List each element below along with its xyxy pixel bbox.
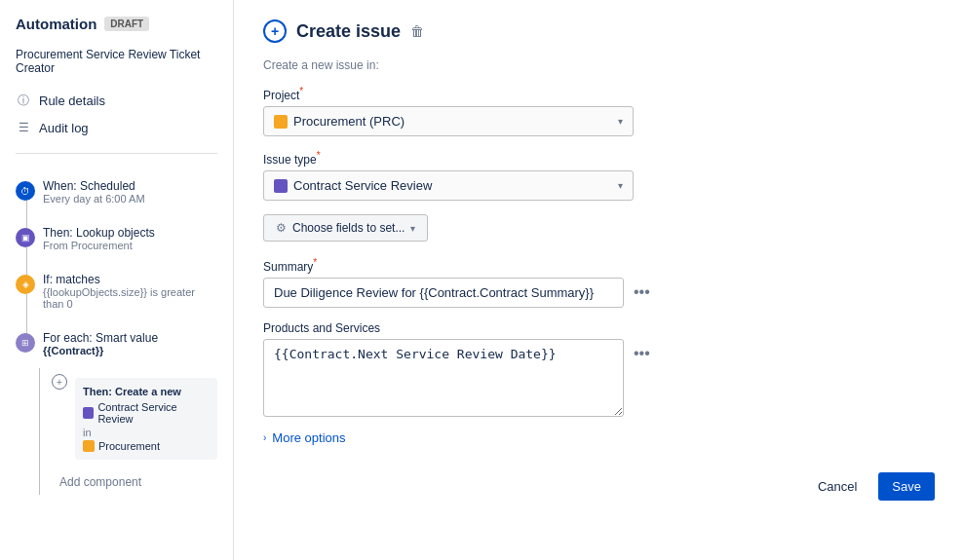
issue-type-select-content: Contract Service Review (274, 178, 432, 193)
draft-badge: DRAFT (104, 17, 149, 31)
form-actions: Cancel Save (263, 465, 935, 501)
trash-icon[interactable]: 🗑 (410, 23, 424, 39)
main-content: + Create issue 🗑 Create a new issue in: … (234, 0, 964, 560)
project-square-icon (274, 115, 288, 129)
flow-if[interactable]: ◈ If: matches {{lookupObjects.size}} is … (16, 267, 217, 316)
when-icon: ⏱ (16, 181, 35, 201)
if-sub: {{lookupObjects.size}} is greater than 0 (43, 286, 217, 310)
then-in: in (83, 427, 210, 438)
products-services-label: Products and Services (263, 321, 935, 335)
foreach-icon: ⊞ (16, 333, 35, 353)
sidebar-item-audit-log[interactable]: ☰ Audit log (8, 114, 225, 141)
cancel-button[interactable]: Cancel (804, 472, 870, 501)
project-select[interactable]: Procurement (PRC) ▾ (263, 106, 634, 136)
add-component-btn[interactable]: Add component (59, 469, 217, 495)
rule-name: Procurement Service Review Ticket Creato… (0, 44, 233, 87)
lookup-label: Then: Lookup objects (43, 226, 155, 240)
create-new-label: Create a new issue in: (263, 58, 935, 72)
sidebar: Automation DRAFT Procurement Service Rev… (0, 0, 234, 560)
then-block: Then: Create a new Contract Service Revi… (75, 378, 217, 460)
foreach-label: For each: Smart value (43, 331, 158, 345)
issue-type-chevron-icon: ▾ (618, 180, 623, 191)
nested-then-item[interactable]: + Then: Create a new Contract Service Re… (52, 368, 217, 469)
issue-type-label: Issue type* (263, 150, 935, 167)
create-issue-header: + Create issue 🗑 (263, 19, 935, 43)
if-icon: ◈ (16, 275, 35, 294)
products-services-more-btn[interactable]: ••• (630, 341, 654, 366)
then-preposition: in (83, 427, 92, 438)
project-form-group: Project* Procurement (PRC) ▾ (263, 86, 935, 136)
audit-log-label: Audit log (39, 121, 89, 135)
choose-fields-btn[interactable]: ⚙ Choose fields to set... ▾ (263, 214, 428, 242)
issue-type-icon (83, 407, 94, 419)
if-text: If: matches {{lookupObjects.size}} is gr… (43, 273, 217, 310)
save-button[interactable]: Save (878, 472, 935, 501)
choose-fields-label: Choose fields to set... (292, 221, 405, 235)
choose-fields-chevron-icon: ▾ (410, 223, 415, 234)
sidebar-header: Automation DRAFT (0, 16, 233, 44)
summary-input-row: ••• (263, 278, 935, 308)
lookup-sub: From Procurement (43, 240, 155, 251)
issue-type-square-icon (274, 179, 288, 193)
summary-input[interactable] (263, 278, 624, 308)
project-value: Procurement (PRC) (293, 114, 405, 129)
add-component-label: Add component (59, 475, 141, 489)
then-title: Then: Create a new (83, 386, 210, 397)
nav-divider (16, 153, 217, 154)
summary-form-group: Summary* ••• (263, 257, 935, 308)
flow-foreach[interactable]: ⊞ For each: Smart value {{Contract}} (16, 325, 217, 362)
sidebar-nav: ⓘ Rule details ☰ Audit log (0, 87, 233, 141)
lookup-text: Then: Lookup objects From Procurement (43, 226, 155, 251)
more-options-label: More options (272, 430, 345, 445)
plus-icon: + (263, 19, 287, 43)
products-services-form-group: Products and Services ••• (263, 321, 935, 417)
rule-details-label: Rule details (39, 93, 105, 108)
then-title-text: Then: Create a new (83, 386, 181, 397)
flow-when[interactable]: ⏱ When: Scheduled Every day at 6:00 AM (16, 173, 217, 210)
if-label: If: matches (43, 273, 217, 286)
issue-type-form-group: Issue type* Contract Service Review ▾ (263, 150, 935, 201)
flow-then-lookup[interactable]: ▣ Then: Lookup objects From Procurement (16, 220, 217, 257)
project-chevron-icon: ▾ (618, 116, 623, 127)
info-icon: ⓘ (16, 93, 31, 108)
more-options-chevron-icon: › (263, 432, 266, 443)
app-title: Automation (16, 16, 96, 32)
flow-section: ⏱ When: Scheduled Every day at 6:00 AM ▣… (0, 166, 233, 503)
more-options-btn[interactable]: › More options (263, 430, 935, 445)
gear-icon: ⚙ (276, 221, 287, 235)
when-label: When: Scheduled (43, 179, 145, 193)
project-label: Project* (263, 86, 935, 102)
foreach-text: For each: Smart value {{Contract}} (43, 331, 158, 356)
issue-type-select[interactable]: Contract Service Review ▾ (263, 170, 634, 201)
then-issue-type: Contract Service Review (97, 401, 210, 425)
issue-type-value: Contract Service Review (293, 178, 432, 193)
when-text: When: Scheduled Every day at 6:00 AM (43, 179, 145, 205)
lookup-icon: ▣ (16, 228, 35, 247)
list-icon: ☰ (16, 120, 31, 135)
summary-label: Summary* (263, 257, 935, 274)
products-services-textarea[interactable] (263, 339, 624, 417)
then-project: Procurement (83, 440, 210, 452)
nested-plus-icon: + (52, 374, 67, 390)
nested-flow: + Then: Create a new Contract Service Re… (39, 368, 217, 495)
then-issue: Contract Service Review (83, 401, 210, 425)
then-project-name: Procurement (98, 440, 160, 452)
foreach-sub: {{Contract}} (43, 345, 158, 356)
project-select-content: Procurement (PRC) (274, 114, 405, 129)
when-sub: Every day at 6:00 AM (43, 193, 145, 205)
sidebar-item-rule-details[interactable]: ⓘ Rule details (8, 87, 225, 114)
create-issue-title: Create issue (296, 21, 401, 42)
products-services-input-row: ••• (263, 339, 935, 417)
summary-more-btn[interactable]: ••• (630, 280, 654, 305)
project-icon (83, 440, 95, 452)
